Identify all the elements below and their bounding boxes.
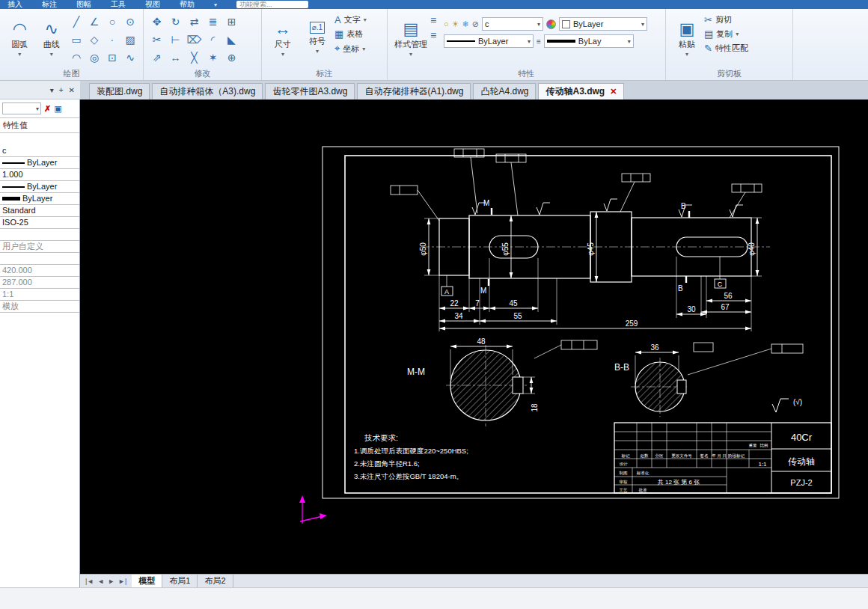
first-tab-icon[interactable]: |◄	[85, 578, 94, 585]
prop-row-linetype[interactable]: ByLayer	[0, 157, 79, 169]
donut-tool-icon[interactable]: ◎	[90, 52, 99, 64]
prop-row-empty[interactable]	[0, 253, 79, 265]
ribbon-tab-help[interactable]: 帮助	[180, 0, 195, 9]
prop-row-lineweight[interactable]: ByLayer	[0, 181, 79, 193]
palette-pin-icon[interactable]: +	[59, 86, 64, 94]
style-manager-button[interactable]: ▤ 样式管理 ▾	[391, 11, 430, 67]
prop-row-height[interactable]: 287.000	[0, 277, 79, 289]
cut-button[interactable]: ✂ 剪切	[704, 14, 748, 25]
layer-on-icon[interactable]: ○	[444, 19, 449, 28]
table-button[interactable]: ▦ 表格	[334, 28, 367, 40]
line-tool-icon[interactable]: ╱	[73, 16, 79, 28]
copy-properties-icon[interactable]: ▣	[54, 104, 61, 114]
group-label-annotate[interactable]: 标注	[262, 68, 387, 79]
menu-icon[interactable]: ≡	[430, 14, 444, 26]
prev-tab-icon[interactable]: ◄	[97, 578, 104, 585]
stretch-tool-icon[interactable]: ↔	[171, 52, 181, 64]
selection-combo[interactable]: ▾	[2, 102, 41, 114]
rectangle-tool-icon[interactable]: ▭	[71, 34, 81, 46]
match-properties-button[interactable]: ✎ 特性匹配	[704, 43, 748, 54]
prop-row-layer[interactable]: c	[0, 145, 79, 157]
prop-row-custom[interactable]: 用户自定义	[0, 241, 79, 253]
prop-row-dim-style[interactable]: ISO-25	[0, 217, 79, 229]
ribbon-tab-tools[interactable]: 工具	[111, 0, 126, 9]
last-tab-icon[interactable]: ►|	[118, 578, 126, 585]
model-tab[interactable]: 模型	[132, 575, 162, 587]
clear-selection-icon[interactable]: ✗	[44, 104, 51, 114]
ellipse-tool-icon[interactable]: ⊙	[126, 16, 135, 28]
explode-tool-icon[interactable]: ✶	[209, 52, 218, 64]
prop-row-width[interactable]: 420.000	[0, 265, 79, 277]
doc-tab-active[interactable]: 传动轴A3.dwg ✕	[538, 83, 624, 100]
chamfer-tool-icon[interactable]: ◣	[227, 34, 236, 46]
layer-freeze-icon[interactable]: ❄	[462, 19, 469, 29]
ribbon-tab-insert[interactable]: 插入	[7, 0, 22, 9]
offset-tool-icon[interactable]: ≣	[209, 16, 218, 28]
close-icon[interactable]: ✕	[610, 87, 617, 97]
ribbon-tab-annotate[interactable]: 标注	[42, 0, 57, 9]
group-label-clipboard[interactable]: 剪切板	[666, 68, 792, 79]
arc-button[interactable]: ◠ 圆弧 ▾	[4, 11, 36, 67]
spline-button[interactable]: ∿ 曲线 ▾	[36, 11, 68, 67]
layer-sun-icon[interactable]: ☀	[452, 19, 459, 29]
linetype-combo[interactable]: ByLayer ▾	[444, 34, 534, 48]
dimension-button[interactable]: ↔ 尺寸 ▾	[266, 11, 300, 67]
text-button[interactable]: A 文字 ▾	[334, 14, 367, 25]
move-tool-icon[interactable]: ✥	[153, 16, 162, 28]
chevron-down-icon[interactable]: ▾	[214, 1, 217, 8]
join-tool-icon[interactable]: ⊕	[227, 52, 236, 64]
lineweight-settings-icon[interactable]: ≡	[537, 37, 541, 46]
paste-button[interactable]: ▣ 粘贴 ▾	[670, 11, 704, 67]
extend-tool-icon[interactable]: ⊢	[171, 34, 180, 46]
circle-tool-icon[interactable]: ○	[109, 16, 115, 28]
prop-row-linetype-scale[interactable]: 1.000	[0, 169, 79, 181]
color-combo[interactable]: ByLayer ▾	[559, 17, 647, 31]
color-wheel-icon[interactable]	[546, 19, 556, 29]
curve-tool-icon[interactable]: ∿	[126, 52, 135, 64]
prop-row-text-style[interactable]: Standard	[0, 205, 79, 217]
group-label-modify[interactable]: 修改	[144, 68, 261, 79]
prop-row-empty[interactable]	[0, 229, 79, 241]
layer-plot-icon[interactable]: ⊘	[472, 19, 479, 29]
palette-close-icon[interactable]: ✕	[69, 86, 75, 94]
prop-row-scale[interactable]: 1:1	[0, 289, 79, 301]
mirror-tool-icon[interactable]: ⇄	[190, 16, 199, 28]
ribbon-tab-view[interactable]: 视图	[145, 0, 160, 9]
coordinate-button[interactable]: ⌖ 坐标 ▾	[334, 43, 367, 55]
ribbon-tab-sheet[interactable]: 图幅	[76, 0, 91, 9]
prop-row-color[interactable]: ByLayer	[0, 193, 79, 205]
array-tool-icon[interactable]: ⊞	[227, 16, 236, 28]
copy-button[interactable]: ▤ 复制 ▾	[704, 28, 748, 40]
symbol-button[interactable]: ⌀.1 符号 ▾	[300, 11, 334, 67]
doc-tab[interactable]: 自动排种箱体（A3).dwg	[152, 83, 263, 100]
angle-tool-icon[interactable]: ∠	[90, 16, 100, 28]
drawing-canvas[interactable]: 22 7 45 34 55 30 56 67 259 φ50 φ55 φ45 φ…	[80, 100, 868, 574]
function-search-box[interactable]: 功能搜索...	[236, 1, 308, 8]
layout1-tab[interactable]: 布局1	[162, 575, 198, 587]
group-label-draw[interactable]: 绘图	[0, 68, 143, 79]
lineweight-combo[interactable]: ByLay ▾	[544, 34, 634, 48]
rotate-tool-icon[interactable]: ↻	[171, 16, 180, 28]
group-label-properties[interactable]: 特性	[388, 68, 665, 79]
prop-row-orientation[interactable]: 横放	[0, 301, 79, 313]
block-tool-icon[interactable]: ⊡	[108, 52, 117, 64]
point-tool-icon[interactable]: ∙	[111, 34, 114, 46]
doc-tab[interactable]: 凸轮A4.dwg	[473, 83, 536, 100]
next-tab-icon[interactable]: ►	[108, 578, 114, 585]
doc-tab[interactable]: 自动存储排种器(A1).dwg	[357, 83, 471, 100]
fillet-tool-icon[interactable]: ◜	[211, 34, 215, 46]
palette-collapse-icon[interactable]: ▾	[50, 86, 54, 94]
arc2-tool-icon[interactable]: ◠	[72, 52, 81, 64]
erase-tool-icon[interactable]: ⌦	[187, 34, 202, 46]
layout2-tab[interactable]: 布局2	[198, 575, 233, 587]
doc-tab[interactable]: 齿轮零件图A3.dwg	[265, 83, 355, 100]
polygon-tool-icon[interactable]: ◇	[91, 34, 99, 46]
doc-tab[interactable]: 装配图.dwg	[89, 83, 150, 100]
layer-combo[interactable]: c ▾	[482, 17, 543, 31]
scale-tool-icon[interactable]: ⇗	[153, 52, 162, 64]
layer-controls: ○ ☀ ❄ ⊘ c ▾ ByLayer ▾ ByLayer	[444, 11, 647, 52]
hatch-tool-icon[interactable]: ▨	[125, 34, 135, 46]
break-tool-icon[interactable]: ╳	[191, 52, 197, 64]
trim-tool-icon[interactable]: ✂	[153, 34, 162, 46]
menu-icon[interactable]: ≡	[430, 29, 444, 41]
